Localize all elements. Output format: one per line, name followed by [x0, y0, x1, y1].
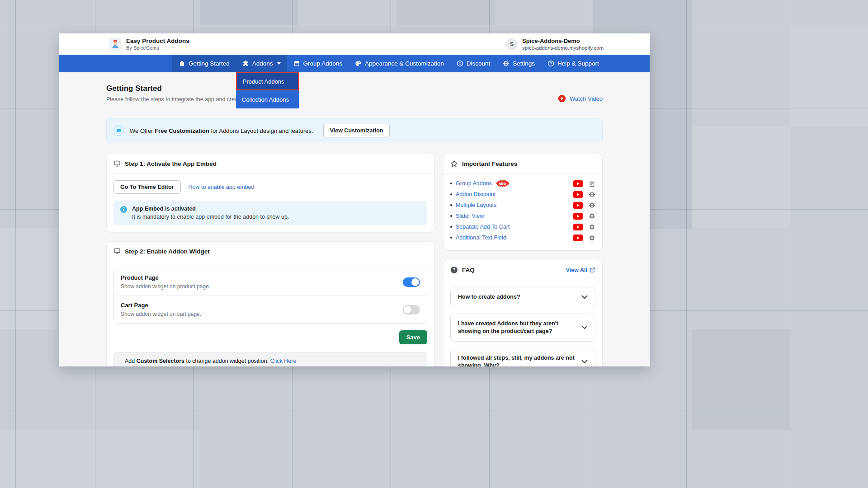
feature-link[interactable]: Addon Discount [456, 191, 495, 197]
nav-item-settings[interactable]: Settings [496, 55, 541, 72]
page-title-block: Getting Started Please follow the steps … [106, 84, 238, 103]
play-circle-icon [558, 94, 566, 103]
product-page-toggle[interactable] [403, 277, 420, 287]
app-embed-info-desc: It is mandatory to enable app embed for … [132, 214, 289, 220]
feature-link[interactable]: Multiple Layouts [456, 202, 496, 208]
go-to-theme-editor-button[interactable]: Go To Theme Editor [113, 180, 181, 194]
product-page-desc: Show addon widget on product page. [121, 283, 210, 290]
note-bold: Custom Selectors [137, 358, 184, 364]
bullet-icon [450, 204, 452, 206]
important-features-header: Important Features [443, 154, 602, 174]
feature-link[interactable]: Slider View [456, 213, 484, 219]
feature-link[interactable]: Group Addons [456, 180, 492, 187]
nav-label: Addons [252, 60, 273, 67]
addons-dropdown: Product Addons Collection Addons [236, 72, 299, 108]
youtube-icon[interactable] [573, 191, 583, 198]
gear-icon [503, 60, 509, 67]
product-page-text: Product Page Show addon widget on produc… [121, 274, 210, 290]
page-title: Getting Started [106, 84, 238, 93]
youtube-icon[interactable] [573, 224, 583, 230]
desktop-tile [692, 127, 790, 228]
feature-row-multiple-layouts: Multiple Layouts [450, 200, 595, 211]
store-identity: S Spice-Addons-Demo spice-addons-demo.my… [506, 38, 604, 51]
watch-video-link[interactable]: Watch Video [558, 94, 603, 103]
banner-text-bold: Free Customization [155, 127, 209, 134]
step1-card-body: Go To Theme Editor How to enable app emb… [107, 174, 434, 232]
app-embed-info-text: App Embed is activated It is mandatory t… [132, 206, 289, 220]
save-row: Save [113, 330, 427, 344]
banner-text: We Offer Free Customization for Addons L… [130, 127, 313, 134]
nav-label: Appearance & Customization [365, 60, 444, 67]
youtube-icon[interactable] [573, 235, 583, 241]
side-column: Important Features Group Addons NEW [443, 154, 603, 366]
gear-icon[interactable] [589, 224, 595, 230]
bullet-icon [450, 237, 452, 239]
content-columns: Step 1: Activate the App Embed Go To The… [106, 154, 603, 366]
banner-text-suffix: for Addons Layout design and features. [209, 127, 313, 134]
cart-page-toggle[interactable] [403, 305, 420, 314]
faq-item-addons-not-showing-product-cart[interactable]: I have created Addons but they aren't sh… [450, 314, 595, 342]
nav-item-addons[interactable]: Addons Product Addons Collection Addons [236, 55, 287, 72]
important-features-card: Important Features Group Addons NEW [443, 154, 603, 251]
faq-item-how-to-create-addons[interactable]: How to create addons? [450, 287, 595, 307]
app-title-block: Easy Product Addons By SpiceGems [126, 38, 189, 51]
gear-icon[interactable] [589, 235, 595, 241]
dropdown-item-product-addons[interactable]: Product Addons [236, 72, 299, 90]
monitor-icon [113, 248, 121, 255]
app-logo-icon [109, 38, 122, 51]
step2-card-header: Step 2: Enable Addon Widget [107, 242, 434, 261]
cart-page-row: Cart Page Show addon widget on cart page… [114, 296, 427, 323]
nav-item-appearance-customization[interactable]: Appearance & Customization [349, 55, 450, 72]
widget-settings-box: Product Page Show addon widget on produc… [113, 268, 427, 324]
click-here-link[interactable]: Click Here [270, 358, 297, 364]
save-button[interactable]: Save [399, 330, 427, 344]
gear-icon[interactable] [589, 191, 595, 198]
youtube-icon[interactable] [573, 213, 583, 220]
gear-icon[interactable] [589, 202, 595, 209]
faq-view-all-link[interactable]: View All [566, 267, 595, 273]
faq-title: FAQ [462, 267, 475, 273]
youtube-icon[interactable] [573, 180, 583, 187]
feature-icons [573, 213, 595, 220]
app-header: Easy Product Addons By SpiceGems S Spice… [59, 33, 650, 55]
step2-title: Step 2: Enable Addon Widget [125, 248, 210, 255]
app-subtitle: By SpiceGems [126, 45, 189, 51]
watch-video-label: Watch Video [570, 95, 603, 102]
question-circle-icon [450, 266, 458, 274]
note-prefix: Add [125, 358, 137, 364]
how-to-enable-app-embed-link[interactable]: How to enable app embed [189, 184, 255, 190]
faq-item-followed-all-steps[interactable]: I followed all steps, still, my addons a… [450, 348, 595, 366]
nav-item-group-addons[interactable]: Group Addons [287, 55, 349, 72]
app-embed-info-title: App Embed is activated [132, 206, 289, 212]
youtube-icon[interactable] [573, 202, 583, 209]
feature-link[interactable]: Separate Add To Cart [456, 224, 509, 230]
nav-label: Settings [513, 60, 535, 67]
main-column: Step 1: Activate the App Embed Go To The… [106, 154, 434, 366]
important-features-title: Important Features [462, 160, 517, 167]
view-customization-button[interactable]: View Customization [323, 124, 390, 137]
faq-header-left: FAQ [450, 266, 475, 274]
bullet-icon [450, 193, 452, 195]
gear-icon[interactable] [589, 213, 595, 220]
new-badge: NEW [496, 180, 509, 188]
app-title: Easy Product Addons [126, 38, 189, 44]
faq-question: I followed all steps, still, my addons a… [458, 354, 576, 366]
nav-item-getting-started[interactable]: Getting Started [172, 55, 236, 72]
nav-item-help-support[interactable]: Help & Support [541, 55, 605, 72]
nav-item-discount[interactable]: Discount [450, 55, 497, 72]
addons-icon [242, 60, 249, 67]
note-mid: to change addon widget position. [184, 358, 270, 364]
dropdown-item-collection-addons[interactable]: Collection Addons [236, 90, 299, 108]
store-icon [293, 60, 300, 67]
faq-card: FAQ View All How to create addons? [443, 260, 603, 366]
chevron-down-icon [581, 360, 588, 364]
docs-icon[interactable] [589, 180, 595, 187]
product-page-row: Product Page Show addon widget on produc… [114, 268, 427, 296]
step1-title: Step 1: Activate the App Embed [125, 160, 217, 167]
desktop-tile [0, 430, 200, 488]
desktop-tile [790, 25, 868, 127]
feature-icons [573, 180, 595, 187]
feature-link[interactable]: Additional Text Field [456, 235, 506, 241]
features-list: Group Addons NEW Addon Discount [443, 174, 602, 250]
app-window: Easy Product Addons By SpiceGems S Spice… [59, 33, 650, 366]
